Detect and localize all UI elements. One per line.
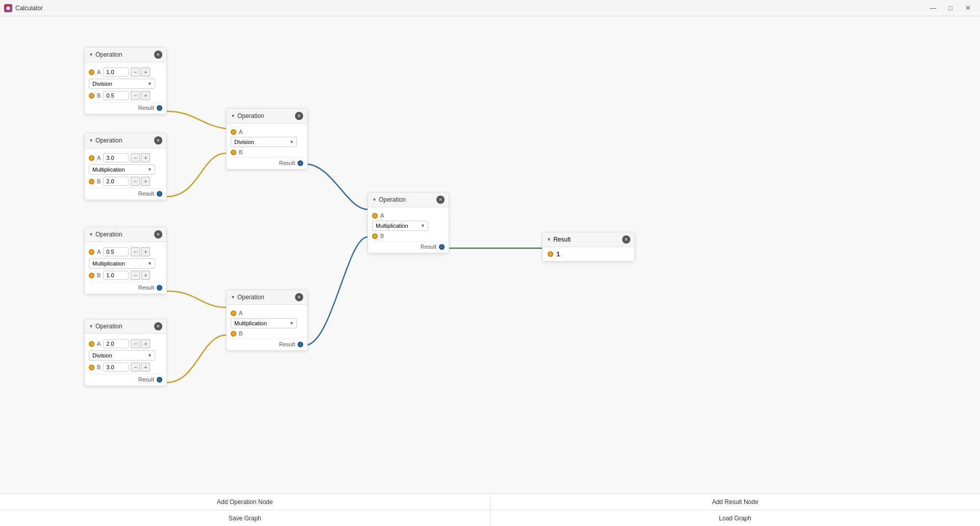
node-6-header: ▼ Operation ✕ — [227, 290, 307, 305]
node-4-result-port[interactable] — [157, 377, 162, 382]
node-1-inc-a[interactable]: + — [141, 67, 150, 77]
node-3-result-label: Result — [138, 284, 154, 291]
result-header: ▼ Result ✕ — [543, 232, 634, 247]
node-1-dec-a[interactable]: − — [131, 67, 140, 77]
node-3-inc-a[interactable]: + — [141, 247, 150, 256]
node-7-result-port[interactable] — [439, 244, 445, 250]
node-2-inc-a[interactable]: + — [141, 153, 150, 162]
node-3-inc-b[interactable]: + — [141, 271, 150, 280]
node-3-operation[interactable]: Division Multiplication Addition Subtrac… — [89, 258, 155, 269]
result-close[interactable]: ✕ — [622, 235, 630, 244]
node-7-row-a: A — [372, 212, 445, 219]
node-5-operation[interactable]: Division Multiplication Addition Subtrac… — [231, 137, 297, 147]
node-5-port-a[interactable] — [231, 129, 236, 135]
node-6-result-port[interactable] — [298, 342, 303, 347]
save-graph-button[interactable]: Save Graph — [0, 510, 491, 526]
node-4-port-a[interactable] — [89, 341, 94, 347]
node-1-close[interactable]: ✕ — [154, 51, 162, 59]
node-3-port-a[interactable] — [89, 249, 94, 255]
node-2-dec-a[interactable]: − — [131, 153, 140, 162]
chevron-icon: ▼ — [372, 197, 377, 202]
node-2-close[interactable]: ✕ — [154, 136, 162, 145]
node-2-inc-b[interactable]: + — [141, 177, 150, 186]
add-operation-button[interactable]: Add Operation Node — [0, 494, 491, 510]
node-3-result-port[interactable] — [157, 285, 162, 291]
title-bar: ⬢ Calculator — □ ✕ — [0, 0, 980, 16]
node-2-input-a[interactable] — [103, 153, 129, 162]
node-7-operation[interactable]: Division Multiplication Addition Subtrac… — [372, 221, 428, 231]
chevron-icon: ▼ — [231, 113, 235, 118]
bottom-bar: Add Operation Node Add Result Node Save … — [0, 493, 980, 526]
node-6-result-label: Result — [279, 341, 295, 347]
minimize-button[interactable]: — — [925, 1, 941, 15]
node-4-close[interactable]: ✕ — [154, 322, 162, 330]
node-1-result-port[interactable] — [157, 105, 162, 111]
chevron-icon: ▼ — [231, 295, 235, 300]
node-4-input-b[interactable] — [103, 363, 129, 372]
node-4-port-b[interactable] — [89, 365, 94, 370]
chevron-icon: ▼ — [89, 138, 93, 143]
node-1-inc-b[interactable]: + — [141, 91, 150, 100]
node-3-close[interactable]: ✕ — [154, 230, 162, 238]
node-1-input-b[interactable] — [103, 91, 129, 100]
node-3-input-b[interactable] — [103, 271, 129, 280]
node-7-body: A Division Multiplication Addition Subtr… — [368, 207, 449, 253]
result-input-port[interactable] — [548, 251, 553, 257]
node-4-operation[interactable]: Division Multiplication Addition Subtrac… — [89, 350, 155, 361]
node-4-dec-b[interactable]: − — [131, 363, 140, 372]
node-5-result-row: Result — [231, 157, 303, 166]
close-button[interactable]: ✕ — [960, 1, 976, 15]
node-2-port-b[interactable] — [89, 179, 94, 184]
node-6-title: Operation — [237, 294, 264, 301]
node-4-inc-a[interactable]: + — [141, 339, 150, 348]
app-icon: ⬢ — [4, 4, 12, 12]
node-4-row-b: B − + — [89, 363, 162, 372]
canvas-area: ▼ Operation ✕ A − + Division Multiplicat — [0, 16, 980, 493]
node-3-dec-a[interactable]: − — [131, 247, 140, 256]
node-6-close[interactable]: ✕ — [295, 293, 303, 301]
chevron-icon: ▼ — [547, 237, 551, 242]
node-4-label-a: A — [97, 341, 101, 347]
node-2-dec-b[interactable]: − — [131, 177, 140, 186]
node-6-operation[interactable]: Division Multiplication Addition Subtrac… — [231, 318, 297, 328]
node-6-port-b[interactable] — [231, 331, 236, 337]
title-bar-left: ⬢ Calculator — [4, 4, 43, 12]
maximize-button[interactable]: □ — [942, 1, 959, 15]
node-3-port-b[interactable] — [89, 273, 94, 278]
node-5-result-port[interactable] — [298, 160, 303, 166]
operation-node-2: ▼ Operation ✕ A − + Division Multiplicat — [84, 133, 167, 200]
node-2-input-b[interactable] — [103, 177, 129, 186]
load-graph-button[interactable]: Load Graph — [491, 510, 981, 526]
node-2-label-a: A — [97, 155, 101, 161]
node-1-operation[interactable]: Division Multiplication Addition Subtrac… — [89, 79, 155, 89]
node-1-input-a[interactable] — [103, 67, 129, 77]
node-3-dropdown-row: Division Multiplication Addition Subtrac… — [89, 258, 162, 269]
node-1-dropdown-row: Division Multiplication Addition Subtrac… — [89, 79, 162, 89]
node-3-result-row: Result — [89, 282, 162, 291]
node-1-port-b[interactable] — [89, 93, 94, 99]
node-6-row-b: B — [231, 330, 303, 337]
node-7-close[interactable]: ✕ — [436, 196, 445, 204]
node-3-label-b: B — [97, 272, 101, 278]
node-4-dec-a[interactable]: − — [131, 339, 140, 348]
operation-node-3: ▼ Operation ✕ A − + Division Multiplicat — [84, 227, 167, 294]
node-1-dec-b[interactable]: − — [131, 91, 140, 100]
node-2-port-a[interactable] — [89, 155, 94, 161]
node-5-close[interactable]: ✕ — [295, 112, 303, 120]
node-6-port-a[interactable] — [231, 310, 236, 316]
node-2-result-port[interactable] — [157, 191, 162, 197]
add-result-button[interactable]: Add Result Node — [491, 494, 981, 510]
node-3-dec-b[interactable]: − — [131, 271, 140, 280]
node-5-port-b[interactable] — [231, 150, 236, 155]
node-2-operation[interactable]: Division Multiplication Addition Subtrac… — [89, 164, 155, 175]
node-7-label-a: A — [380, 212, 384, 219]
node-7-port-a[interactable] — [372, 213, 378, 219]
node-7-port-b[interactable] — [372, 233, 378, 239]
node-3-input-a[interactable] — [103, 247, 129, 256]
node-4-input-a[interactable] — [103, 339, 129, 348]
node-1-port-a[interactable] — [89, 69, 94, 75]
node-4-result-row: Result — [89, 374, 162, 382]
node-4-inc-b[interactable]: + — [141, 363, 150, 372]
node-4-title: Operation — [95, 323, 122, 330]
app-title: Calculator — [15, 5, 43, 12]
